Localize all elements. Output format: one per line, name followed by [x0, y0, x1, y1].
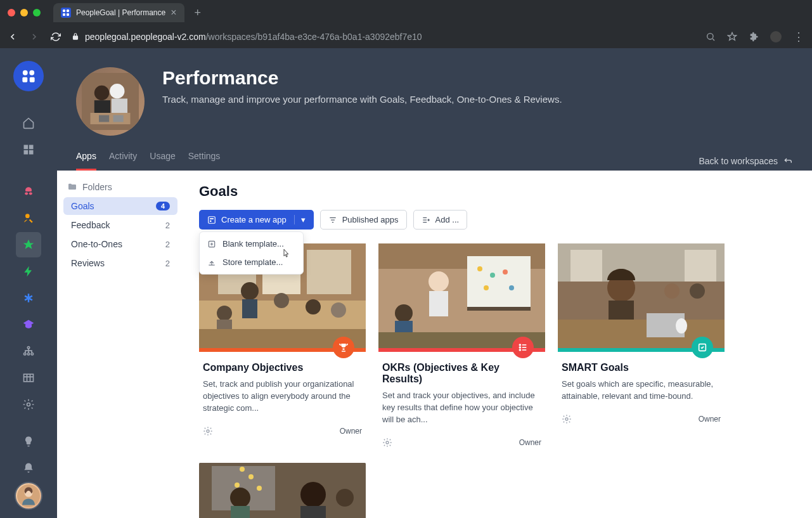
gear-icon[interactable]: [562, 414, 572, 424]
back-to-workspaces[interactable]: Back to workspaces: [699, 156, 794, 166]
store-template-icon: [207, 258, 216, 267]
svg-point-16: [27, 347, 29, 349]
return-icon: [783, 156, 793, 166]
svg-point-17: [24, 353, 26, 355]
gear-icon[interactable]: [203, 426, 213, 436]
tab-bar: PeopleGoal | Performance × +: [0, 0, 812, 25]
rail-bulb-icon[interactable]: [16, 429, 41, 454]
search-icon[interactable]: [706, 32, 716, 42]
svg-point-54: [490, 273, 495, 278]
folder-feedback[interactable]: Feedback 2: [63, 216, 177, 234]
create-app-button[interactable]: Create a new app ▾: [199, 210, 314, 230]
svg-rect-27: [94, 100, 110, 113]
svg-rect-90: [300, 506, 326, 518]
lock-icon: [71, 32, 80, 41]
svg-point-75: [690, 283, 705, 299]
folder-goals[interactable]: Goals 4: [63, 197, 177, 215]
minimize-window-button[interactable]: [20, 9, 28, 16]
user-avatar[interactable]: [15, 482, 42, 510]
rail-apps-icon[interactable]: [16, 137, 41, 162]
svg-point-65: [519, 347, 520, 348]
star-icon[interactable]: [727, 32, 737, 42]
app-card-partial[interactable]: [199, 463, 366, 518]
url-bar: peoplegoal.peoplegoal-v2.com/workspaces/…: [0, 25, 812, 48]
tab-activity[interactable]: Activity: [109, 151, 137, 171]
nav-tabs: Apps Activity Usage Settings: [76, 151, 220, 171]
svg-point-74: [664, 283, 680, 299]
svg-point-85: [235, 482, 240, 488]
filter-icon: [328, 216, 337, 224]
svg-point-14: [29, 192, 32, 195]
app-card-smart-goals[interactable]: SMART Goals Set goals which are specific…: [558, 243, 725, 450]
rail-org-icon[interactable]: [16, 339, 41, 364]
rail-table-icon[interactable]: [16, 365, 41, 391]
tab-usage[interactable]: Usage: [150, 151, 175, 171]
svg-rect-28: [112, 99, 127, 113]
card-image: [199, 463, 366, 518]
add-button[interactable]: Add ...: [413, 210, 468, 230]
browser-tab[interactable]: PeopleGoal | Performance ×: [53, 3, 184, 22]
list-icon: [512, 337, 534, 358]
rail-bolt-icon[interactable]: [16, 259, 41, 284]
svg-rect-10: [29, 145, 34, 150]
action-row: Create a new app ▾ Blank template... Sto…: [199, 210, 797, 230]
maximize-window-button[interactable]: [33, 9, 41, 16]
card-title: OKRs (Objectives & Key Results): [382, 362, 541, 385]
forward-icon[interactable]: [29, 32, 39, 42]
svg-rect-40: [307, 250, 351, 294]
svg-rect-32: [209, 216, 216, 223]
svg-rect-59: [429, 291, 448, 316]
workspace-avatar: [76, 67, 145, 136]
rail-gear-icon[interactable]: [16, 392, 41, 417]
svg-rect-88: [231, 506, 250, 518]
address-bar[interactable]: peoplegoal.peoplegoal-v2.com/workspaces/…: [71, 32, 695, 42]
svg-rect-31: [113, 115, 124, 122]
trophy-icon: [333, 337, 354, 358]
rail-person-edit-icon[interactable]: [16, 205, 41, 231]
tab-settings[interactable]: Settings: [188, 151, 221, 171]
window-controls: [8, 9, 41, 16]
svg-rect-3: [67, 13, 69, 16]
svg-point-55: [503, 269, 508, 275]
rail-incognito-icon[interactable]: [16, 179, 41, 204]
add-list-icon: [422, 216, 430, 224]
card-description: Set goals which are specific, measurable…: [562, 379, 721, 403]
folder-one-to-ones[interactable]: One-to-Ones 2: [63, 235, 177, 253]
template-icon: [207, 216, 216, 224]
svg-point-44: [217, 306, 232, 321]
rail-asterisk-icon[interactable]: [16, 285, 41, 311]
folder-reviews[interactable]: Reviews 2: [63, 254, 177, 272]
extensions-icon[interactable]: [749, 32, 759, 42]
svg-rect-20: [24, 374, 34, 382]
rail-graduation-icon[interactable]: [16, 312, 41, 337]
tab-title: PeopleGoal | Performance: [76, 8, 165, 17]
svg-point-49: [207, 430, 209, 432]
back-icon[interactable]: [8, 32, 18, 42]
profile-avatar[interactable]: [770, 31, 782, 42]
svg-rect-70: [570, 250, 602, 282]
close-window-button[interactable]: [8, 9, 15, 16]
svg-rect-30: [99, 115, 109, 122]
card-role: Owner: [519, 438, 541, 447]
close-tab-icon[interactable]: ×: [171, 7, 176, 18]
published-apps-button[interactable]: Published apps: [320, 210, 407, 230]
rail-home-icon[interactable]: [16, 110, 41, 136]
svg-rect-42: [242, 299, 257, 318]
create-app-dropdown: Blank template... Store template...: [199, 231, 304, 275]
app-card-okrs[interactable]: OKRs (Objectives & Key Results) Set and …: [378, 243, 545, 450]
svg-rect-33: [210, 218, 214, 219]
gear-icon[interactable]: [382, 437, 392, 448]
card-image: [378, 243, 545, 348]
svg-point-87: [230, 488, 250, 508]
rail-bell-icon[interactable]: [16, 455, 41, 481]
card-title: SMART Goals: [562, 362, 721, 373]
dropdown-store-template[interactable]: Store template...: [200, 253, 303, 271]
reload-icon[interactable]: [51, 32, 61, 42]
card-role: Owner: [699, 415, 721, 424]
tab-apps[interactable]: Apps: [76, 151, 96, 171]
rail-star-icon[interactable]: [16, 232, 41, 257]
new-tab-button[interactable]: +: [190, 6, 207, 20]
app-logo[interactable]: [13, 61, 44, 91]
more-menu-icon[interactable]: ⋮: [793, 30, 804, 44]
dropdown-blank-template[interactable]: Blank template...: [200, 235, 303, 253]
